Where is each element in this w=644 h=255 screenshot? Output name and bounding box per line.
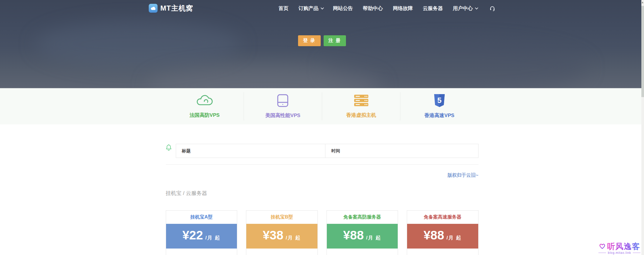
scrollbar-thumb[interactable] [641,6,644,97]
watermark-line [598,253,606,253]
chevron-down-icon [475,6,478,9]
svg-text:5: 5 [437,96,441,105]
site-watermark: 听风逸客 blog.mitao.link [598,241,640,254]
site-logo[interactable]: MT主机窝 [149,4,193,13]
watermark-line [633,253,640,253]
nav-item-help-center[interactable]: 帮助中心 [363,5,383,12]
hero-banner: MT主机窝 首页 订购产品 网站公告 帮助中心 网络故障 云服务器 用户中心 登… [0,0,644,88]
plan-price-unit: /月 起 [446,234,461,241]
plan-details [246,249,317,255]
category-label: 法国高防VPS [190,112,220,119]
plan-price-unit: /月 起 [205,234,220,241]
announcement-column-time: 时间 [325,144,478,158]
site-title: MT主机窝 [160,4,193,13]
scrollbar-up-arrow-icon[interactable] [642,1,643,3]
watermark-text: 听风逸客 [607,241,640,252]
plan-price: ¥38 [263,229,283,241]
register-button[interactable]: 注 册 [324,35,346,46]
cloud-logo-icon [149,4,158,13]
category-hk-webhosting[interactable]: 香港虚拟主机 [322,92,400,121]
chevron-down-icon [320,6,324,9]
plan-name[interactable]: 免备案高防服务器 [327,211,398,224]
nav-item-cloud-servers[interactable]: 云服务器 [423,5,443,12]
watermark-heart-icon [598,242,606,251]
nav-item-home[interactable]: 首页 [279,5,289,12]
nav-item-user-center[interactable]: 用户中心 [453,5,477,12]
copyright-link[interactable]: 版权归于云旧~ [447,173,478,178]
pricing-card[interactable]: 免备案高速服务器 ¥88 /月 起 [407,210,479,255]
category-hk-vps[interactable]: 5 香港高速VPS [400,92,478,121]
bell-icon [166,144,176,152]
hero-auth-buttons: 登 录 注 册 [0,35,644,46]
cloud-icon [195,94,214,108]
category-label: 香港高速VPS [424,112,454,119]
plan-price-band: ¥22 /月 起 [166,224,237,249]
plan-name[interactable]: 免备案高速服务器 [407,211,478,224]
server-icon [277,94,289,109]
navbar: MT主机窝 首页 订购产品 网站公告 帮助中心 网络故障 云服务器 用户中心 [149,0,496,16]
plan-price-band: ¥88 /月 起 [407,224,478,249]
plan-name[interactable]: 挂机宝A型 [166,211,237,224]
category-france-vps[interactable]: 法国高防VPS [166,92,244,121]
nav-item-announcements[interactable]: 网站公告 [333,5,353,12]
category-label: 美国高性能VPS [265,112,300,119]
plan-details [327,249,398,255]
nav-item-products[interactable]: 订购产品 [299,5,323,12]
category-label: 香港虚拟主机 [346,112,376,119]
breadcrumb: 挂机宝 / 云服务器 [166,190,479,197]
main-content: 标题 时间 版权归于云旧~ 挂机宝 / 云服务器 挂机宝A型 ¥22 /月 起 … [166,144,479,255]
plan-name[interactable]: 挂机宝B型 [246,211,317,224]
pricing-card[interactable]: 挂机宝A型 ¥22 /月 起 [166,210,237,255]
headset-icon[interactable] [489,5,496,11]
plan-price: ¥88 [424,229,444,241]
product-category-strip: 法国高防VPS 美国高性能VPS [0,88,644,124]
category-usa-vps[interactable]: 美国高性能VPS [244,92,322,121]
copyright-row: 版权归于云旧~ [166,172,479,179]
plan-price-band: ¥88 /月 起 [327,224,398,249]
pricing-card[interactable]: 免备案高防服务器 ¥88 /月 起 [327,210,398,255]
pricing-cards: 挂机宝A型 ¥22 /月 起 挂机宝B型 ¥38 /月 起 免备案高防服务器 ¥… [166,210,479,255]
plan-details [166,249,237,255]
watermark-url: blog.mitao.link [608,251,631,254]
plan-price: ¥22 [182,229,203,241]
vertical-scrollbar[interactable] [641,0,644,255]
login-button[interactable]: 登 录 [298,35,320,46]
html5-icon: 5 [434,94,445,109]
plan-price-unit: /月 起 [366,234,381,241]
nav-menu: 首页 订购产品 网站公告 帮助中心 网络故障 云服务器 用户中心 [279,5,496,12]
pricing-card[interactable]: 挂机宝B型 ¥38 /月 起 [246,210,318,255]
nav-item-network-status[interactable]: 网络故障 [393,5,413,12]
plan-details [407,249,478,255]
plan-price-band: ¥38 /月 起 [246,224,317,249]
announcement-table: 标题 时间 [176,144,479,158]
server-stack-icon [354,94,369,108]
plan-price-unit: /月 起 [286,234,301,241]
plan-price: ¥88 [343,229,364,241]
announcement-section: 标题 时间 [166,144,479,158]
announcement-column-title: 标题 [176,144,326,158]
divider [166,164,479,165]
